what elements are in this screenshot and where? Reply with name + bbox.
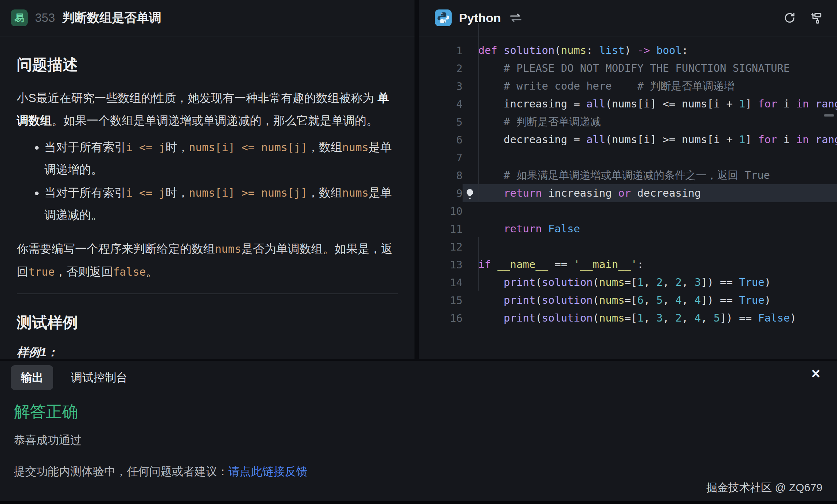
code-line-text[interactable]: print(solution(nums=[1, 3, 2, 4, 5]) == …	[463, 309, 837, 327]
code-line-text[interactable]: return increasing or decreasing	[463, 184, 837, 202]
code-line-text[interactable]: def solution(nums: list) -> bool:	[463, 42, 837, 59]
code-line-text[interactable]	[463, 202, 837, 220]
line-number: 16	[419, 312, 463, 324]
line-number: 1	[419, 44, 463, 57]
code-token: 3	[695, 276, 701, 288]
code-line[interactable]: 13if __name__ == '__main__':	[419, 256, 837, 273]
section-divider	[17, 294, 398, 294]
code-token	[542, 223, 548, 235]
close-icon[interactable]: ×	[811, 366, 820, 381]
code-line[interactable]: 10	[419, 202, 837, 220]
code-token: ]) ==	[720, 312, 758, 324]
code-line-text[interactable]: decreasing = all(nums[i] >= nums[i + 1] …	[463, 131, 837, 149]
code-line-text[interactable]: return False	[463, 220, 837, 238]
code-token: 5	[714, 312, 720, 324]
examples-heading: 测试样例	[17, 312, 398, 333]
code-line[interactable]: 6 decreasing = all(nums[i] >= nums[i + 1…	[419, 131, 837, 149]
watermark: 掘金技术社区 @ ZQ679	[706, 480, 822, 495]
code-token	[650, 44, 656, 56]
code-token: return	[504, 187, 542, 199]
problem-panel: 易 353 判断数组是否单调 问题描述 小S最近在研究一些数组的性质，她发现有一…	[0, 0, 414, 359]
code-token	[491, 258, 497, 271]
code-token	[497, 44, 503, 56]
code-line[interactable]: 2 # PLEASE DO NOT MODIFY THE FUNCTION SI…	[419, 59, 837, 77]
code-token: __name__	[497, 258, 548, 271]
code-token: True	[739, 294, 765, 306]
code-token: for	[758, 133, 777, 146]
code-token: if	[478, 258, 491, 271]
code-token: 1	[637, 276, 644, 288]
code-line-text[interactable]: print(solution(nums=[1, 2, 2, 3]) == Tru…	[463, 273, 837, 291]
code-token: 1	[637, 312, 644, 324]
inline-code: nums[i] >= nums[j]	[189, 186, 307, 199]
code-line[interactable]: 4 increasing = all(nums[i] <= nums[i + 1…	[419, 95, 837, 113]
code-token	[478, 169, 504, 181]
code-line[interactable]: 14 print(solution(nums=[1, 2, 2, 3]) == …	[419, 273, 837, 291]
code-token: # 如果满足单调递增或单调递减的条件之一，返回 True	[504, 169, 770, 181]
code-token: =[	[625, 276, 637, 288]
code-line[interactable]: 7	[419, 149, 837, 166]
indent-guide	[478, 237, 479, 291]
code-editor[interactable]: 1def solution(nums: list) -> bool:2 # PL…	[419, 36, 837, 358]
code-token	[478, 80, 504, 92]
code-token: 4	[695, 312, 701, 324]
code-token: (	[535, 276, 542, 288]
text-segment: ，否则返回	[55, 265, 113, 278]
language-label[interactable]: Python	[459, 11, 501, 25]
code-line-text[interactable]: if __name__ == '__main__':	[463, 256, 837, 273]
feedback-link[interactable]: 请点此链接反馈	[228, 465, 307, 478]
line-number: 4	[419, 98, 463, 110]
code-token: decreasing =	[478, 133, 586, 146]
code-line-text[interactable]: increasing = all(nums[i] <= nums[i + 1] …	[463, 95, 837, 113]
output-content: 解答正确 恭喜成功通过 提交功能内测体验中，任何问题或者建议：请点此链接反馈	[0, 401, 837, 479]
code-token: # PLEASE DO NOT MODIFY THE FUNCTION SIGN…	[504, 62, 790, 74]
description-paragraph-2: 你需要编写一个程序来判断给定的数组nums是否为单调数组。如果是，返回true，…	[17, 237, 398, 283]
code-line[interactable]: 9 return increasing or decreasing	[419, 184, 837, 202]
reset-code-button[interactable]	[783, 11, 796, 24]
lightbulb-icon[interactable]	[464, 187, 476, 199]
code-token: nums	[561, 44, 586, 56]
tab-debug-console[interactable]: 调试控制台	[61, 365, 137, 390]
line-number: 14	[419, 276, 463, 289]
format-code-button[interactable]	[809, 11, 822, 25]
indent-guide	[478, 23, 479, 201]
code-line-text[interactable]	[463, 149, 837, 166]
code-token: increasing	[542, 187, 618, 199]
code-line[interactable]: 5 # 判断是否单调递减	[419, 113, 837, 131]
code-token: :	[586, 44, 599, 56]
code-line[interactable]: 8 # 如果满足单调递增或单调递减的条件之一，返回 True	[419, 166, 837, 184]
code-line-text[interactable]: # PLEASE DO NOT MODIFY THE FUNCTION SIGN…	[463, 59, 837, 77]
code-token: (nums[i] <= nums[i +	[605, 98, 739, 110]
output-tabs: 输出调试控制台	[0, 361, 837, 390]
code-token: True	[739, 276, 765, 288]
code-line[interactable]: 15 print(solution(nums=[6, 5, 4, 4]) == …	[419, 291, 837, 309]
code-token: ]	[745, 98, 758, 110]
code-line-text[interactable]	[463, 238, 837, 256]
code-token: nums	[599, 312, 625, 324]
feedback-text: 提交功能内测体验中，任何问题或者建议：	[14, 465, 228, 478]
code-line-text[interactable]: # write code here # 判断是否单调递增	[463, 77, 837, 95]
switch-language-icon[interactable]	[510, 13, 522, 23]
code-token: ,	[663, 312, 675, 324]
code-token	[478, 62, 504, 74]
output-panel: 输出调试控制台 × 解答正确 恭喜成功通过 提交功能内测体验中，任何问题或者建议…	[0, 361, 837, 501]
code-line-text[interactable]: print(solution(nums=[6, 5, 4, 4]) == Tru…	[463, 291, 837, 309]
inline-code: nums[i] <= nums[j]	[189, 141, 307, 154]
code-token: ,	[644, 276, 656, 288]
code-token: ,	[644, 312, 656, 324]
line-number: 6	[419, 134, 463, 146]
code-line[interactable]: 3 # write code here # 判断是否单调递增	[419, 77, 837, 95]
code-line-text[interactable]: # 如果满足单调递增或单调递减的条件之一，返回 True	[463, 166, 837, 184]
code-line[interactable]: 11 return False	[419, 220, 837, 238]
tab-output[interactable]: 输出	[11, 365, 53, 390]
text-segment: 小S最近在研究一些数组的性质，她发现有一种非常有趣的数组被称为	[17, 91, 377, 105]
code-token: 1	[739, 133, 745, 146]
panel-divider[interactable]	[414, 0, 419, 359]
scrollbar-thumb[interactable]	[824, 114, 834, 117]
line-number: 9	[419, 187, 463, 200]
code-line-text[interactable]: # 判断是否单调递减	[463, 113, 837, 131]
code-token: 2	[656, 276, 663, 288]
code-line[interactable]: 12	[419, 238, 837, 256]
code-line[interactable]: 1def solution(nums: list) -> bool:	[419, 42, 837, 59]
code-line[interactable]: 16 print(solution(nums=[1, 3, 2, 4, 5]) …	[419, 309, 837, 327]
